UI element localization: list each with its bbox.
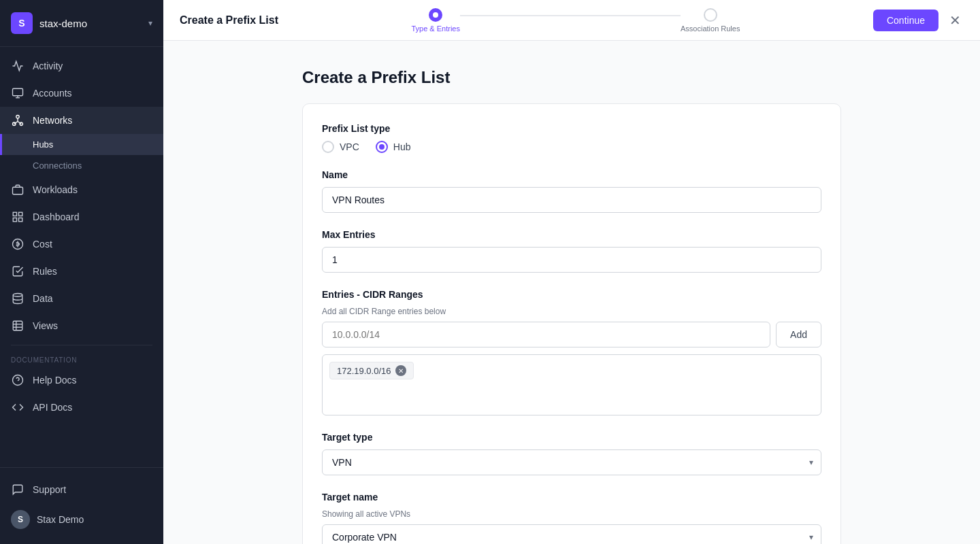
topbar-title: Create a Prefix List xyxy=(180,14,278,27)
sidebar-item-data[interactable]: Data xyxy=(0,285,163,312)
cidr-tags-box: 172.19.0.0/16 ✕ xyxy=(322,354,821,415)
step-dot-inactive xyxy=(704,8,717,22)
sidebar-item-rules[interactable]: Rules xyxy=(0,258,163,285)
name-label: Name xyxy=(322,169,821,180)
name-group: Name xyxy=(322,169,821,213)
step-line xyxy=(607,15,632,16)
svg-rect-11 xyxy=(19,212,22,216)
cidr-tag-remove[interactable]: ✕ xyxy=(395,365,406,376)
sidebar-item-views[interactable]: Views xyxy=(0,312,163,339)
max-entries-label: Max Entries xyxy=(322,229,821,240)
sidebar-item-label: Accounts xyxy=(33,88,72,99)
target-name-select-wrapper: Corporate VPN ▾ xyxy=(322,524,821,544)
help-icon xyxy=(11,373,24,387)
org-name: stax-demo xyxy=(39,18,87,29)
main-content: Create a Prefix List Type & Entries Asso… xyxy=(163,0,980,544)
cidr-tag: 172.19.0.0/16 ✕ xyxy=(329,362,414,379)
activity-icon xyxy=(11,59,24,73)
user-menu[interactable]: S Stax Demo xyxy=(0,503,163,536)
sidebar-item-api-docs[interactable]: API Docs xyxy=(0,394,163,421)
svg-point-15 xyxy=(13,294,22,297)
step-label: Association Rules xyxy=(681,24,740,33)
radio-inner-hub xyxy=(379,144,385,150)
close-button[interactable]: ✕ xyxy=(947,10,964,31)
sidebar-item-activity[interactable]: Activity xyxy=(0,52,163,80)
topbar-actions: Continue ✕ xyxy=(873,10,964,31)
org-switcher[interactable]: S stax-demo ▾ xyxy=(0,0,163,47)
sidebar-item-label: Views xyxy=(33,320,58,331)
sidebar-item-label: Cost xyxy=(33,239,52,250)
sidebar-item-cost[interactable]: Cost xyxy=(0,231,163,258)
target-name-hint: Showing all active VPNs xyxy=(322,509,821,519)
support-icon xyxy=(11,483,24,496)
target-type-select[interactable]: VPN Transit Gateway VPC xyxy=(322,449,821,475)
sidebar-item-dashboard[interactable]: Dashboard xyxy=(0,203,163,231)
radio-outer-hub xyxy=(376,141,388,153)
type-radio-group: VPC Hub xyxy=(322,141,821,153)
target-name-select[interactable]: Corporate VPN xyxy=(322,524,821,544)
cidr-label: Entries - CIDR Ranges xyxy=(322,289,821,300)
svg-rect-13 xyxy=(19,218,22,222)
step-line xyxy=(460,15,485,16)
workloads-icon xyxy=(11,183,24,197)
page-title: Create a Prefix List xyxy=(302,68,841,87)
target-type-label: Target type xyxy=(322,432,821,443)
continue-button[interactable]: Continue xyxy=(873,10,938,31)
stepper: Type & Entries Association Rules xyxy=(278,8,873,33)
sidebar-item-label: Networks xyxy=(33,115,72,126)
target-name-group: Target name Showing all active VPNs Corp… xyxy=(322,492,821,544)
step-line xyxy=(534,15,558,16)
step-line xyxy=(485,15,509,16)
prefix-list-type-label: Prefix List type xyxy=(322,123,821,134)
sidebar-item-hubs[interactable]: Hubs xyxy=(0,134,163,155)
sidebar-item-label: Support xyxy=(33,484,66,495)
svg-rect-0 xyxy=(13,88,23,96)
logo-icon: S xyxy=(11,12,33,34)
primary-nav: Activity Accounts Networks Hubs Connecti… xyxy=(0,47,163,467)
step-association-rules: Association Rules xyxy=(681,8,740,33)
data-icon xyxy=(11,292,24,305)
cidr-group: Entries - CIDR Ranges Add all CIDR Range… xyxy=(322,289,821,415)
radio-vpc[interactable]: VPC xyxy=(322,141,359,153)
sidebar-sub-item-label: Hubs xyxy=(33,139,53,150)
svg-point-20 xyxy=(13,375,23,386)
sidebar-item-workloads[interactable]: Workloads xyxy=(0,176,163,203)
svg-point-3 xyxy=(16,116,20,119)
step-line xyxy=(632,15,656,16)
content-inner: Create a Prefix List Prefix List type VP… xyxy=(286,68,858,544)
sidebar-bottom: Support S Stax Demo xyxy=(0,467,163,544)
sidebar-item-connections[interactable]: Connections xyxy=(0,155,163,176)
form-card: Prefix List type VPC Hub xyxy=(302,103,841,544)
user-name: Stax Demo xyxy=(37,514,84,525)
svg-rect-9 xyxy=(13,187,23,194)
step-type-entries: Type & Entries xyxy=(411,8,460,33)
nav-divider xyxy=(11,345,152,345)
avatar: S xyxy=(11,510,30,529)
sidebar-item-label: API Docs xyxy=(33,402,72,413)
radio-hub[interactable]: Hub xyxy=(376,141,411,153)
radio-label-hub: Hub xyxy=(393,141,411,152)
step-line xyxy=(583,15,607,16)
prefix-list-type-group: Prefix List type VPC Hub xyxy=(322,123,821,153)
sidebar-item-networks[interactable]: Networks xyxy=(0,107,163,134)
target-type-group: Target type VPN Transit Gateway VPC ▾ xyxy=(322,432,821,475)
doc-section-label: DOCUMENTATION xyxy=(0,351,163,367)
sidebar-item-help-docs[interactable]: Help Docs xyxy=(0,367,163,394)
dashboard-icon xyxy=(11,210,24,224)
cidr-input-row: Add xyxy=(322,322,821,347)
chevron-down-icon: ▾ xyxy=(148,18,152,28)
max-entries-group: Max Entries xyxy=(322,229,821,273)
accounts-icon xyxy=(11,86,24,100)
add-cidr-button[interactable]: Add xyxy=(776,322,821,347)
step-line xyxy=(558,15,583,16)
step-line xyxy=(509,15,534,16)
name-input[interactable] xyxy=(322,187,821,213)
sidebar-item-label: Dashboard xyxy=(33,211,80,222)
sidebar-item-support[interactable]: Support xyxy=(0,476,163,503)
cidr-input[interactable] xyxy=(322,322,770,347)
max-entries-input[interactable] xyxy=(322,247,821,273)
svg-rect-16 xyxy=(13,321,22,330)
svg-rect-10 xyxy=(13,212,16,216)
target-type-select-wrapper: VPN Transit Gateway VPC ▾ xyxy=(322,449,821,475)
sidebar-item-accounts[interactable]: Accounts xyxy=(0,80,163,107)
